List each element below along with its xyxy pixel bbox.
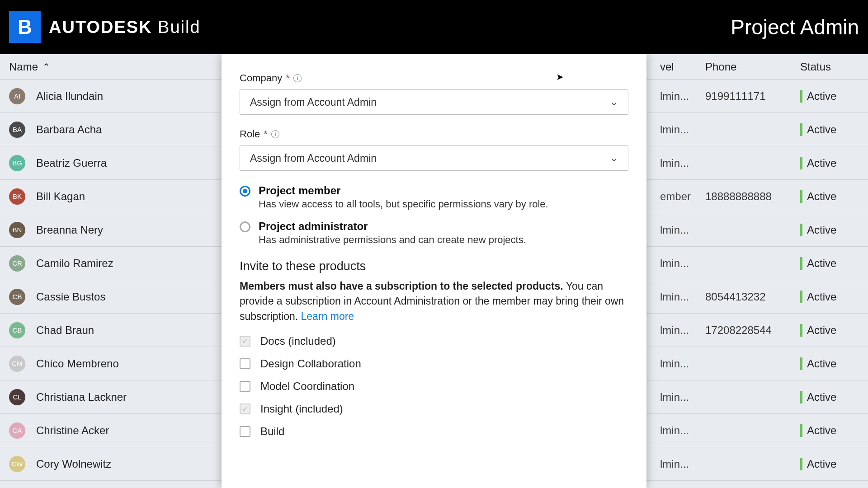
avatar: CR xyxy=(9,255,25,272)
status-indicator-icon xyxy=(800,157,802,169)
product-checkbox-item[interactable]: Build xyxy=(240,425,628,438)
member-name: Christiana Lackner xyxy=(36,391,127,404)
product-label: Design Collaboration xyxy=(260,357,361,370)
products-checklist: ✓Docs (included)Design CollaborationMode… xyxy=(240,335,628,438)
status-label: Active xyxy=(807,257,836,270)
level-cell: lmin... xyxy=(660,123,705,136)
level-cell: lmin... xyxy=(660,224,705,236)
product-checkbox-item: ✓Docs (included) xyxy=(240,335,628,347)
status-indicator-icon xyxy=(800,391,802,404)
avatar: BK xyxy=(9,188,25,205)
column-header-level[interactable]: vel xyxy=(660,61,705,73)
role-field-label: Role * i xyxy=(240,128,628,140)
name-cell: CWCory Wolnewitz xyxy=(9,456,231,472)
product-checkbox-item[interactable]: Model Coordination xyxy=(240,380,628,393)
phone-cell: 9199111171 xyxy=(705,90,800,103)
phone-cell: 8054413232 xyxy=(705,291,800,303)
name-cell: BGBeatriz Guerra xyxy=(9,155,231,171)
avatar: CW xyxy=(9,456,25,472)
level-cell: lmin... xyxy=(660,90,705,103)
column-header-phone[interactable]: Phone xyxy=(705,61,800,73)
member-name: Cassie Bustos xyxy=(36,291,105,303)
project-administrator-desc: Has administrative permissions and can c… xyxy=(259,234,526,246)
company-field-label: Company * i xyxy=(240,72,628,84)
level-cell: lmin... xyxy=(660,291,705,303)
product-label: Model Coordination xyxy=(260,380,354,393)
level-cell: lmin... xyxy=(660,391,705,404)
name-cell: CMChico Membreno xyxy=(9,356,231,372)
avatar: CA xyxy=(9,422,25,439)
name-cell: AIAlicia Ilundain xyxy=(9,88,231,104)
role-select[interactable]: Assign from Account Admin ⌄ xyxy=(240,145,628,171)
role-label-text: Role xyxy=(240,128,260,140)
company-select-value: Assign from Account Admin xyxy=(250,96,377,108)
project-member-title: Project member xyxy=(259,184,548,197)
avatar: CB xyxy=(9,289,25,305)
name-cell: CBCassie Bustos xyxy=(9,289,231,305)
chevron-down-icon: ⌄ xyxy=(610,152,618,164)
name-cell: CBChad Braun xyxy=(9,322,231,338)
status-cell: Active xyxy=(800,391,859,404)
column-header-status[interactable]: Status xyxy=(800,61,859,73)
brand-light: Build xyxy=(158,18,201,37)
info-icon[interactable]: i xyxy=(293,74,302,82)
checkbox-icon xyxy=(240,381,250,392)
product-checkbox-item[interactable]: Design Collaboration xyxy=(240,357,628,370)
status-indicator-icon xyxy=(800,90,802,103)
column-header-name[interactable]: Name ⌃ xyxy=(9,61,231,73)
status-indicator-icon xyxy=(800,257,802,270)
info-icon[interactable]: i xyxy=(271,130,279,138)
name-cell: CLChristiana Lackner xyxy=(9,389,231,405)
status-indicator-icon xyxy=(800,224,802,236)
status-cell: Active xyxy=(800,324,859,337)
member-name: Chico Membreno xyxy=(36,357,119,370)
status-cell: Active xyxy=(800,291,859,303)
level-cell: lmin... xyxy=(660,357,705,370)
member-name: Breanna Nery xyxy=(36,224,103,236)
phone-cell: 17208228544 xyxy=(705,324,800,337)
brand-bold: AUTODESK xyxy=(49,18,152,37)
status-cell: Active xyxy=(800,190,859,203)
learn-more-link[interactable]: Learn more xyxy=(301,310,354,322)
radio-icon xyxy=(240,186,250,197)
access-level-radio-group: Project member Has view access to all to… xyxy=(240,184,628,246)
status-label: Active xyxy=(807,224,836,236)
name-cell: CRCamilo Ramirez xyxy=(9,255,231,272)
company-select[interactable]: Assign from Account Admin ⌄ xyxy=(240,89,628,115)
status-indicator-icon xyxy=(800,123,802,136)
checkbox-icon xyxy=(240,358,250,369)
products-section-title: Invite to these products xyxy=(240,259,628,273)
product-checkbox-item: ✓Insight (included) xyxy=(240,403,628,415)
avatar: CM xyxy=(9,356,25,372)
status-label: Active xyxy=(807,157,836,169)
phone-cell: 18888888888 xyxy=(705,190,800,203)
avatar: AI xyxy=(9,88,25,104)
status-cell: Active xyxy=(800,123,859,136)
required-indicator: * xyxy=(286,72,290,84)
name-cell: CAChristine Acker xyxy=(9,422,231,439)
logo-badge: B xyxy=(9,11,41,43)
member-name: Chad Braun xyxy=(36,324,94,337)
company-label-text: Company xyxy=(240,72,282,84)
project-administrator-radio[interactable]: Project administrator Has administrative… xyxy=(240,220,628,246)
products-section-desc: Members must also have a subscription to… xyxy=(240,279,628,324)
avatar: BG xyxy=(9,155,25,171)
brand-logo-group: B AUTODESK Build xyxy=(9,11,201,43)
member-name: Barbara Acha xyxy=(36,123,102,136)
role-select-value: Assign from Account Admin xyxy=(250,152,377,164)
project-member-radio[interactable]: Project member Has view access to all to… xyxy=(240,184,628,210)
logo-letter: B xyxy=(18,16,32,38)
status-label: Active xyxy=(807,424,836,437)
avatar: BA xyxy=(9,122,25,138)
checkbox-icon: ✓ xyxy=(240,404,250,414)
avatar: BN xyxy=(9,222,25,238)
avatar: CB xyxy=(9,322,25,338)
product-label: Docs (included) xyxy=(260,335,336,347)
project-administrator-title: Project administrator xyxy=(259,220,526,233)
member-name: Beatriz Guerra xyxy=(36,157,107,169)
column-header-name-label: Name xyxy=(9,61,38,73)
member-name: Cory Wolnewitz xyxy=(36,458,111,470)
status-label: Active xyxy=(807,291,836,303)
required-indicator: * xyxy=(264,128,268,140)
member-name: Alicia Ilundain xyxy=(36,90,103,103)
